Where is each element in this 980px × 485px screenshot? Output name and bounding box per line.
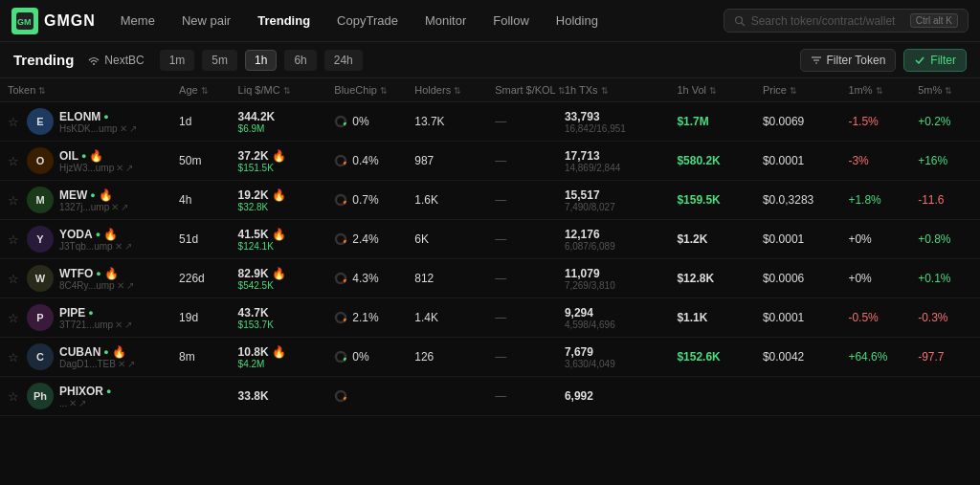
copy-icon-5[interactable]: ✕ bbox=[115, 320, 122, 330]
nav-meme[interactable]: Meme bbox=[111, 8, 165, 33]
th-txs[interactable]: 1h TXs ⇅ bbox=[557, 78, 670, 102]
th-price[interactable]: Price ⇅ bbox=[755, 78, 841, 102]
time-1h[interactable]: 1h bbox=[245, 50, 277, 71]
table-row[interactable]: ☆ O OIL ● 🔥 HjzW3...ump ✕ ↗ 50m bbox=[0, 142, 980, 181]
liq-mc-5: $153.7K bbox=[238, 320, 320, 330]
smart-cell-4: — bbox=[487, 259, 557, 298]
token-avatar-0: E bbox=[27, 108, 54, 135]
filter-token-button[interactable]: Filter Token bbox=[800, 49, 897, 72]
token-cell-6[interactable]: ☆ C CUBAN ● 🔥 DagD1...TEB ✕ ↗ bbox=[0, 338, 171, 377]
table-row[interactable]: ☆ Y YODA ● 🔥 J3Tqb...ump ✕ ↗ 51d bbox=[0, 220, 980, 259]
copy-icon-4[interactable]: ✕ bbox=[117, 280, 124, 291]
star-button-4[interactable]: ☆ bbox=[8, 272, 19, 286]
age-cell-4: 226d bbox=[171, 259, 231, 298]
table-row[interactable]: ☆ M MEW ● 🔥 1327j...ump ✕ ↗ 4h bbox=[0, 181, 980, 220]
th-bluechip[interactable]: BlueChip ⇅ bbox=[326, 78, 407, 102]
table-row[interactable]: ☆ C CUBAN ● 🔥 DagD1...TEB ✕ ↗ 8m bbox=[0, 338, 980, 377]
age-cell-6: 8m bbox=[171, 338, 231, 377]
token-cell-5[interactable]: ☆ P PIPE ● 3T721...ump ✕ ↗ bbox=[0, 298, 171, 338]
logo-icon: GM bbox=[11, 8, 38, 34]
star-button-0[interactable]: ☆ bbox=[8, 115, 19, 129]
star-button-7[interactable]: ☆ bbox=[8, 389, 19, 404]
search-input[interactable] bbox=[751, 14, 904, 28]
token-cell-7[interactable]: ☆ Ph PHIXOR ● ... ✕ ↗ bbox=[0, 377, 171, 416]
price-cell-2: $0.0,3283 bbox=[755, 181, 841, 220]
pct1m-cell-7 bbox=[840, 377, 910, 416]
filter-button[interactable]: Filter bbox=[903, 49, 967, 72]
nav-monitor[interactable]: Monitor bbox=[415, 8, 476, 33]
token-cell-3[interactable]: ☆ Y YODA ● 🔥 J3Tqb...ump ✕ ↗ bbox=[0, 220, 171, 259]
bc-pct-3: 2.4% bbox=[352, 232, 378, 246]
star-button-6[interactable]: ☆ bbox=[8, 350, 19, 364]
copy-icon-1[interactable]: ✕ bbox=[116, 163, 123, 173]
vol-val-0: $1.7M bbox=[677, 115, 708, 128]
svg-point-4 bbox=[93, 63, 95, 65]
token-cell-4[interactable]: ☆ W WTFO ● 🔥 8C4Ry...ump ✕ ↗ bbox=[0, 259, 171, 298]
fire-icon-1: 🔥 bbox=[89, 149, 103, 163]
star-button-2[interactable]: ☆ bbox=[8, 193, 19, 208]
copy-icon-7[interactable]: ✕ bbox=[69, 398, 77, 408]
table-row[interactable]: ☆ P PIPE ● 3T721...ump ✕ ↗ 19d bbox=[0, 298, 980, 338]
holders-val-1: 987 bbox=[414, 154, 434, 167]
external-icon-0[interactable]: ↗ bbox=[129, 123, 137, 134]
th-1m[interactable]: 1m% ⇅ bbox=[840, 78, 910, 102]
nav-follow[interactable]: Follow bbox=[483, 8, 539, 33]
txs-main-7: 6,992 bbox=[565, 389, 662, 403]
nav-holding[interactable]: Holding bbox=[546, 8, 608, 33]
th-holders[interactable]: Holders ⇅ bbox=[407, 78, 487, 102]
bc-arc-7 bbox=[334, 389, 347, 403]
copy-icon-3[interactable]: ✕ bbox=[115, 241, 122, 252]
th-liq[interactable]: Liq $/MC ⇅ bbox=[231, 78, 327, 102]
search-bar[interactable]: Ctrl alt K bbox=[724, 9, 969, 33]
external-icon-1[interactable]: ↗ bbox=[125, 163, 133, 173]
copy-icon-2[interactable]: ✕ bbox=[111, 202, 119, 212]
th-5m[interactable]: 5m% ⇅ bbox=[910, 78, 980, 102]
nav-newpair[interactable]: New pair bbox=[172, 8, 240, 33]
token-cell-2[interactable]: ☆ M MEW ● 🔥 1327j...ump ✕ ↗ bbox=[0, 181, 171, 220]
bluechip-bar-3: 2.4% bbox=[334, 232, 399, 246]
th-smart[interactable]: Smart $/KOL ⇅ bbox=[487, 78, 557, 102]
external-icon-6[interactable]: ↗ bbox=[127, 359, 135, 369]
holders-cell-4: 812 bbox=[407, 259, 487, 298]
bc-arc-4 bbox=[334, 272, 347, 285]
time-5m[interactable]: 5m bbox=[202, 50, 237, 71]
pct5m-cell-5: -0.3% bbox=[910, 298, 980, 338]
smart-val-3: — bbox=[495, 232, 506, 246]
star-button-3[interactable]: ☆ bbox=[8, 232, 19, 247]
copy-icon-6[interactable]: ✕ bbox=[118, 359, 125, 369]
star-button-5[interactable]: ☆ bbox=[8, 311, 19, 325]
holders-cell-3: 6K bbox=[407, 220, 487, 259]
token-badge-icons-6: ● bbox=[103, 347, 108, 357]
th-token[interactable]: Token ⇅ bbox=[0, 78, 171, 102]
table-wrapper[interactable]: Token ⇅ Age ⇅ Liq $/MC ⇅ BlueChip ⇅ bbox=[0, 78, 980, 485]
table-container: Token ⇅ Age ⇅ Liq $/MC ⇅ BlueChip ⇅ bbox=[0, 78, 980, 485]
time-6h[interactable]: 6h bbox=[284, 50, 316, 71]
table-row[interactable]: ☆ Ph PHIXOR ● ... ✕ ↗ 33.8K bbox=[0, 377, 980, 416]
txs-sub-3: 6,087/6,089 bbox=[565, 241, 662, 252]
external-icon-7[interactable]: ↗ bbox=[78, 398, 86, 408]
vol-val-6: $152.6K bbox=[677, 350, 720, 364]
vol-val-4: $12.8K bbox=[677, 272, 714, 285]
external-icon-2[interactable]: ↗ bbox=[121, 202, 128, 212]
liq-cell-1: 37.2K 🔥 $151.5K bbox=[231, 142, 327, 181]
time-1m[interactable]: 1m bbox=[160, 50, 195, 71]
copy-icon-0[interactable]: ✕ bbox=[120, 123, 127, 134]
external-icon-3[interactable]: ↗ bbox=[124, 241, 132, 252]
nav-trending[interactable]: Trending bbox=[248, 8, 320, 33]
table-row[interactable]: ☆ E ELONM ● HsKDK...ump ✕ ↗ 1d bbox=[0, 102, 980, 142]
sort-icon-5m: ⇅ bbox=[945, 86, 952, 96]
smart-cell-0: — bbox=[487, 102, 557, 142]
txs-sub-4: 7,269/3,810 bbox=[565, 280, 662, 291]
external-icon-4[interactable]: ↗ bbox=[126, 280, 134, 291]
th-age[interactable]: Age ⇅ bbox=[171, 78, 231, 102]
token-cell-0[interactable]: ☆ E ELONM ● HsKDK...ump ✕ ↗ bbox=[0, 102, 171, 142]
star-button-1[interactable]: ☆ bbox=[8, 154, 19, 168]
nav-copytrade[interactable]: CopyTrade bbox=[327, 8, 408, 33]
txs-main-0: 33,793 bbox=[565, 110, 662, 123]
th-vol[interactable]: 1h Vol ⇅ bbox=[669, 78, 755, 102]
token-avatar-5: P bbox=[27, 304, 54, 331]
token-cell-1[interactable]: ☆ O OIL ● 🔥 HjzW3...ump ✕ ↗ bbox=[0, 142, 171, 181]
time-24h[interactable]: 24h bbox=[324, 50, 363, 71]
table-row[interactable]: ☆ W WTFO ● 🔥 8C4Ry...ump ✕ ↗ 226d bbox=[0, 259, 980, 298]
external-icon-5[interactable]: ↗ bbox=[124, 320, 132, 330]
